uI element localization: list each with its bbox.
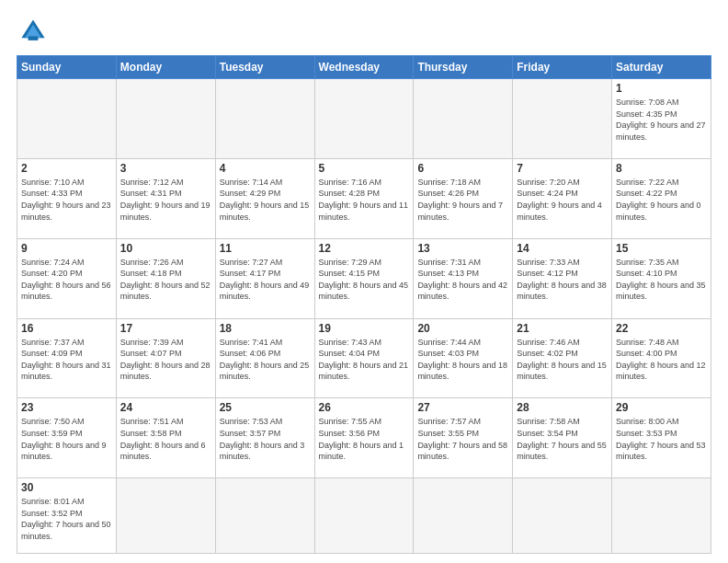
day-number: 8 — [616, 162, 707, 175]
day-number: 29 — [616, 401, 707, 414]
day-info: Sunrise: 7:55 AM Sunset: 3:56 PM Dayligh… — [319, 416, 410, 462]
calendar-cell: 4Sunrise: 7:14 AM Sunset: 4:29 PM Daylig… — [215, 158, 314, 238]
calendar-cell: 10Sunrise: 7:26 AM Sunset: 4:18 PM Dayli… — [116, 238, 215, 318]
calendar-cell: 3Sunrise: 7:12 AM Sunset: 4:31 PM Daylig… — [116, 158, 215, 238]
calendar-cell: 9Sunrise: 7:24 AM Sunset: 4:20 PM Daylig… — [17, 238, 117, 318]
day-header-wednesday: Wednesday — [314, 56, 414, 79]
calendar-cell: 18Sunrise: 7:41 AM Sunset: 4:06 PM Dayli… — [215, 318, 314, 398]
calendar-cell — [414, 79, 513, 159]
day-number: 18 — [220, 322, 311, 335]
calendar-cell: 13Sunrise: 7:31 AM Sunset: 4:13 PM Dayli… — [414, 238, 513, 318]
day-info: Sunrise: 8:01 AM Sunset: 3:52 PM Dayligh… — [21, 496, 112, 542]
day-info: Sunrise: 7:31 AM Sunset: 4:13 PM Dayligh… — [417, 257, 508, 303]
day-info: Sunrise: 7:48 AM Sunset: 4:00 PM Dayligh… — [616, 337, 707, 383]
day-info: Sunrise: 7:20 AM Sunset: 4:24 PM Dayligh… — [517, 177, 608, 223]
day-number: 27 — [417, 401, 508, 414]
day-number: 24 — [120, 401, 211, 414]
day-header-thursday: Thursday — [414, 56, 513, 79]
calendar-cell: 5Sunrise: 7:16 AM Sunset: 4:28 PM Daylig… — [314, 158, 414, 238]
day-info: Sunrise: 7:24 AM Sunset: 4:20 PM Dayligh… — [21, 257, 112, 303]
day-number: 12 — [319, 242, 410, 255]
day-info: Sunrise: 7:29 AM Sunset: 4:15 PM Dayligh… — [319, 257, 410, 303]
day-info: Sunrise: 7:46 AM Sunset: 4:02 PM Dayligh… — [517, 337, 608, 383]
calendar-cell: 24Sunrise: 7:51 AM Sunset: 3:58 PM Dayli… — [116, 398, 215, 478]
day-number: 21 — [517, 322, 608, 335]
calendar-cell — [513, 79, 612, 159]
day-header-sunday: Sunday — [17, 56, 117, 79]
day-info: Sunrise: 7:37 AM Sunset: 4:09 PM Dayligh… — [21, 337, 112, 383]
day-info: Sunrise: 7:26 AM Sunset: 4:18 PM Dayligh… — [120, 257, 211, 303]
header — [17, 15, 711, 48]
day-info: Sunrise: 7:14 AM Sunset: 4:29 PM Dayligh… — [220, 177, 311, 223]
day-number: 2 — [21, 162, 112, 175]
calendar-cell — [513, 478, 612, 554]
day-header-tuesday: Tuesday — [215, 56, 314, 79]
day-number: 9 — [21, 242, 112, 255]
calendar-cell — [612, 478, 711, 554]
calendar-cell: 21Sunrise: 7:46 AM Sunset: 4:02 PM Dayli… — [513, 318, 612, 398]
day-info: Sunrise: 7:16 AM Sunset: 4:28 PM Dayligh… — [319, 177, 410, 223]
day-info: Sunrise: 7:53 AM Sunset: 3:57 PM Dayligh… — [220, 416, 311, 462]
calendar-cell: 17Sunrise: 7:39 AM Sunset: 4:07 PM Dayli… — [116, 318, 215, 398]
day-number: 22 — [616, 322, 707, 335]
day-info: Sunrise: 7:08 AM Sunset: 4:35 PM Dayligh… — [616, 97, 707, 143]
day-info: Sunrise: 7:22 AM Sunset: 4:22 PM Dayligh… — [616, 177, 707, 223]
day-number: 1 — [616, 82, 707, 95]
page: SundayMondayTuesdayWednesdayThursdayFrid… — [0, 0, 728, 563]
day-info: Sunrise: 7:39 AM Sunset: 4:07 PM Dayligh… — [120, 337, 211, 383]
day-header-monday: Monday — [116, 56, 215, 79]
week-row-5: 23Sunrise: 7:50 AM Sunset: 3:59 PM Dayli… — [17, 398, 711, 478]
day-number: 13 — [417, 242, 508, 255]
calendar-cell: 23Sunrise: 7:50 AM Sunset: 3:59 PM Dayli… — [17, 398, 117, 478]
calendar-header: SundayMondayTuesdayWednesdayThursdayFrid… — [17, 56, 711, 79]
week-row-2: 2Sunrise: 7:10 AM Sunset: 4:33 PM Daylig… — [17, 158, 711, 238]
week-row-6: 30Sunrise: 8:01 AM Sunset: 3:52 PM Dayli… — [17, 478, 711, 554]
calendar-cell — [314, 79, 414, 159]
calendar-cell — [314, 478, 414, 554]
day-info: Sunrise: 8:00 AM Sunset: 3:53 PM Dayligh… — [616, 416, 707, 462]
day-number: 17 — [120, 322, 211, 335]
day-info: Sunrise: 7:18 AM Sunset: 4:26 PM Dayligh… — [417, 177, 508, 223]
calendar: SundayMondayTuesdayWednesdayThursdayFrid… — [17, 55, 711, 554]
calendar-cell: 27Sunrise: 7:57 AM Sunset: 3:55 PM Dayli… — [414, 398, 513, 478]
calendar-body: 1Sunrise: 7:08 AM Sunset: 4:35 PM Daylig… — [17, 79, 711, 554]
calendar-cell: 12Sunrise: 7:29 AM Sunset: 4:15 PM Dayli… — [314, 238, 414, 318]
day-number: 26 — [319, 401, 410, 414]
calendar-cell: 11Sunrise: 7:27 AM Sunset: 4:17 PM Dayli… — [215, 238, 314, 318]
day-number: 15 — [616, 242, 707, 255]
calendar-cell: 26Sunrise: 7:55 AM Sunset: 3:56 PM Dayli… — [314, 398, 414, 478]
day-number: 6 — [417, 162, 508, 175]
calendar-cell: 30Sunrise: 8:01 AM Sunset: 3:52 PM Dayli… — [17, 478, 117, 554]
svg-rect-2 — [28, 36, 39, 40]
calendar-cell: 6Sunrise: 7:18 AM Sunset: 4:26 PM Daylig… — [414, 158, 513, 238]
day-info: Sunrise: 7:35 AM Sunset: 4:10 PM Dayligh… — [616, 257, 707, 303]
calendar-cell: 22Sunrise: 7:48 AM Sunset: 4:00 PM Dayli… — [612, 318, 711, 398]
calendar-cell: 20Sunrise: 7:44 AM Sunset: 4:03 PM Dayli… — [414, 318, 513, 398]
week-row-3: 9Sunrise: 7:24 AM Sunset: 4:20 PM Daylig… — [17, 238, 711, 318]
calendar-cell — [116, 478, 215, 554]
day-number: 11 — [220, 242, 311, 255]
day-header-saturday: Saturday — [612, 56, 711, 79]
calendar-cell — [116, 79, 215, 159]
day-info: Sunrise: 7:44 AM Sunset: 4:03 PM Dayligh… — [417, 337, 508, 383]
calendar-cell: 1Sunrise: 7:08 AM Sunset: 4:35 PM Daylig… — [612, 79, 711, 159]
header-row: SundayMondayTuesdayWednesdayThursdayFrid… — [17, 56, 711, 79]
day-info: Sunrise: 7:58 AM Sunset: 3:54 PM Dayligh… — [517, 416, 608, 462]
calendar-cell: 28Sunrise: 7:58 AM Sunset: 3:54 PM Dayli… — [513, 398, 612, 478]
day-number: 16 — [21, 322, 112, 335]
day-number: 19 — [319, 322, 410, 335]
day-number: 10 — [120, 242, 211, 255]
day-info: Sunrise: 7:51 AM Sunset: 3:58 PM Dayligh… — [120, 416, 211, 462]
day-number: 3 — [120, 162, 211, 175]
calendar-cell: 15Sunrise: 7:35 AM Sunset: 4:10 PM Dayli… — [612, 238, 711, 318]
week-row-1: 1Sunrise: 7:08 AM Sunset: 4:35 PM Daylig… — [17, 79, 711, 159]
calendar-cell: 14Sunrise: 7:33 AM Sunset: 4:12 PM Dayli… — [513, 238, 612, 318]
day-info: Sunrise: 7:43 AM Sunset: 4:04 PM Dayligh… — [319, 337, 410, 383]
day-number: 28 — [517, 401, 608, 414]
day-number: 20 — [417, 322, 508, 335]
day-info: Sunrise: 7:41 AM Sunset: 4:06 PM Dayligh… — [220, 337, 311, 383]
calendar-cell — [215, 478, 314, 554]
day-number: 14 — [517, 242, 608, 255]
calendar-cell — [414, 478, 513, 554]
calendar-cell — [215, 79, 314, 159]
